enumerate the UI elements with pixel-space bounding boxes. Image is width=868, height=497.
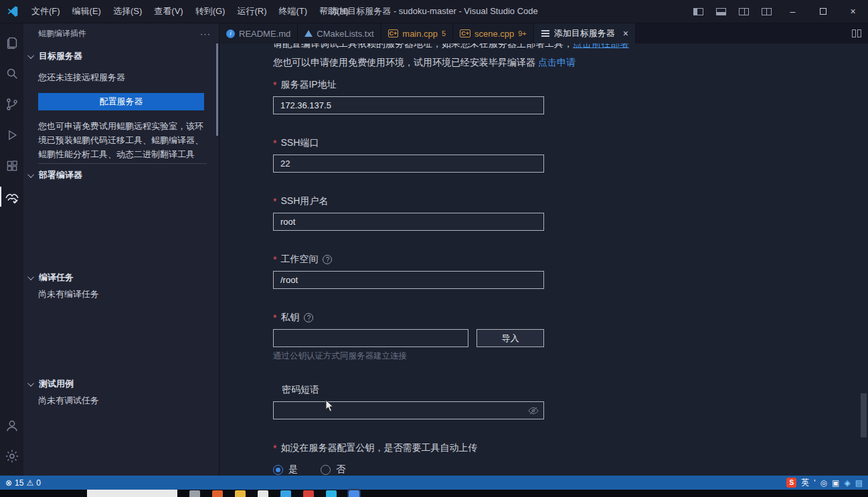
server-ip-input[interactable] [273,96,544,114]
extensions-icon[interactable] [0,151,23,181]
run-debug-icon[interactable] [0,120,23,151]
error-count: 15 [15,478,23,488]
tab-label: README.md [239,29,290,39]
sidebar-scrollbar[interactable] [216,43,218,136]
radio-yes[interactable]: 是 [273,464,298,476]
radio-yes-circle[interactable] [273,465,283,475]
close-button[interactable]: × [838,0,868,23]
menu-selection[interactable]: 选择(S) [107,0,148,23]
tab-cmakelists[interactable]: CMakeLists.txt [298,23,381,43]
intro-text: 您也可以申请使用免费使用环境，试用环境已经安装毕昇编译器 [273,57,538,68]
tab-add-target-server[interactable]: 添加目标服务器 × [534,23,636,43]
close-tab-icon[interactable]: × [623,28,628,39]
menu-run[interactable]: 运行(R) [231,0,272,23]
split-editor-icon[interactable] [852,29,861,37]
apply-trial-link[interactable]: 点击申请 [538,57,576,68]
kunpeng-plugin-icon[interactable] [0,181,23,212]
readme-info-icon: i [226,29,235,38]
menu-go[interactable]: 转到(G) [189,0,232,23]
problems-badge: 9+ [518,29,527,37]
private-key-input[interactable] [273,329,468,347]
ime-toolbox-icon[interactable]: ▣ [832,478,839,488]
section-test-cases[interactable]: 测试用例 [23,377,219,391]
activity-bar [0,23,23,476]
workspace-input[interactable] [273,271,544,289]
taskbar-app-icon[interactable] [189,490,200,497]
configure-server-button[interactable]: 配置服务器 [38,93,204,110]
toggle-secondary-sidebar-icon[interactable] [732,0,755,23]
deploy-link[interactable]: 点击前往部署 [573,43,629,49]
menu-terminal[interactable]: 终端(T) [272,0,313,23]
passphrase-input[interactable] [273,401,544,419]
menu-file[interactable]: 文件(F) [25,0,66,23]
tab-label: CMakeLists.txt [317,29,373,39]
ssh-user-label: SSH用户名 [280,195,328,207]
menu-view[interactable]: 查看(V) [148,0,189,23]
taskbar-app-icon[interactable] [303,490,314,497]
required-asterisk: * [273,196,276,207]
section-deploy-compiler[interactable]: 部署编译器 [23,168,219,183]
import-key-button[interactable]: 导入 [476,329,544,347]
account-icon[interactable] [0,410,23,441]
ime-voice-icon[interactable]: ◈ [844,478,850,488]
field-workspace: *工作空间? [273,254,634,289]
explorer-icon[interactable] [0,27,23,58]
taskbar-search-box[interactable] [87,490,177,497]
ime-skin-icon[interactable]: ◎ [820,478,827,488]
sogou-ime-icon[interactable]: S [786,478,796,488]
taskbar-app-icon[interactable] [235,490,246,497]
search-icon[interactable] [0,58,23,89]
title-bar: 文件(F) 编辑(E) 选择(S) 查看(V) 转到(G) 运行(R) 终端(T… [0,0,868,23]
vscode-logo-icon [7,5,19,17]
more-actions-icon[interactable]: ··· [200,29,211,39]
radio-yes-label: 是 [288,464,298,476]
ssh-port-input[interactable] [273,155,544,173]
taskbar-app-icon[interactable] [258,490,268,497]
title-bar-actions: – × [687,0,868,23]
editor-scrollbar[interactable] [861,393,867,437]
sidebar-kunpeng-plugin: 鲲鹏编译插件 ··· 目标服务器 您还未连接远程服务器 配置服务器 您也可申请免… [23,23,220,476]
taskbar-app-icon[interactable] [349,490,359,497]
auto-upload-label: 如没在服务器配置公钥，是否需要工具自动上传 [280,442,477,454]
workspace-help-icon[interactable]: ? [323,255,332,264]
radio-no-circle[interactable] [321,465,331,475]
toggle-primary-sidebar-icon[interactable] [687,0,709,23]
tab-readme[interactable]: i README.md [220,23,298,43]
field-auto-upload: *如没在服务器配置公钥，是否需要工具自动上传 是 否 [273,442,634,476]
taskbar-app-icon[interactable] [326,490,337,497]
status-bar: ⊗ 15 ⚠ 0 S 英 ' ◎ ▣ ◈ ▤ [0,476,868,490]
settings-gear-icon[interactable] [0,441,23,472]
menu-edit[interactable]: 编辑(E) [66,0,107,23]
section-target-server[interactable]: 目标服务器 [23,49,219,64]
window-title: 添加目标服务器 - sudoku-master - Visual Studio … [330,5,537,17]
intro-text: 请配置编译调试工具依赖的服务器地址，如果您未在服务器上部署工具， [273,43,573,49]
chevron-down-icon [27,380,34,387]
maximize-button[interactable] [808,0,838,23]
radio-no[interactable]: 否 [321,464,345,476]
ime-mode-indicator[interactable]: 英 [801,477,809,488]
trial-lab-promo-text: 您也可申请免费试用鲲鹏远程实验室，该环境已预装鲲鹏代码迁移工具、鲲鹏编译器、鲲鹏… [38,119,207,164]
toggle-password-visibility-icon[interactable] [528,405,539,419]
ssh-user-input[interactable] [273,213,544,231]
ime-keyboard-icon[interactable]: ▤ [855,478,863,488]
private-key-hint: 通过公钥认证方式同服务器建立连接 [273,351,634,362]
cpp-icon: C+ [460,29,470,37]
compile-tasks-empty-text: 尚未有编译任务 [38,288,204,300]
taskbar-app-icon[interactable] [212,490,223,497]
source-control-icon[interactable] [0,89,23,120]
section-compile-tasks[interactable]: 编译任务 [23,270,219,285]
section-target-server-label: 目标服务器 [39,50,82,62]
cmake-icon [305,30,313,37]
minimize-button[interactable]: – [778,0,808,23]
chevron-down-icon [27,274,34,280]
warning-count: 0 [36,478,41,488]
taskbar-app-icon[interactable] [280,490,291,497]
tab-scene-cpp[interactable]: C+ scene.cpp 9+ [453,23,534,43]
private-key-help-icon[interactable]: ? [304,313,313,322]
toggle-panel-icon[interactable] [709,0,732,23]
tab-main-cpp[interactable]: C+ main.cpp 5 [381,23,454,43]
server-ip-label: 服务器IP地址 [280,79,336,91]
customize-layout-icon[interactable] [755,0,778,23]
problems-status[interactable]: ⊗ 15 ⚠ 0 [5,478,41,488]
chevron-down-icon [27,52,34,59]
